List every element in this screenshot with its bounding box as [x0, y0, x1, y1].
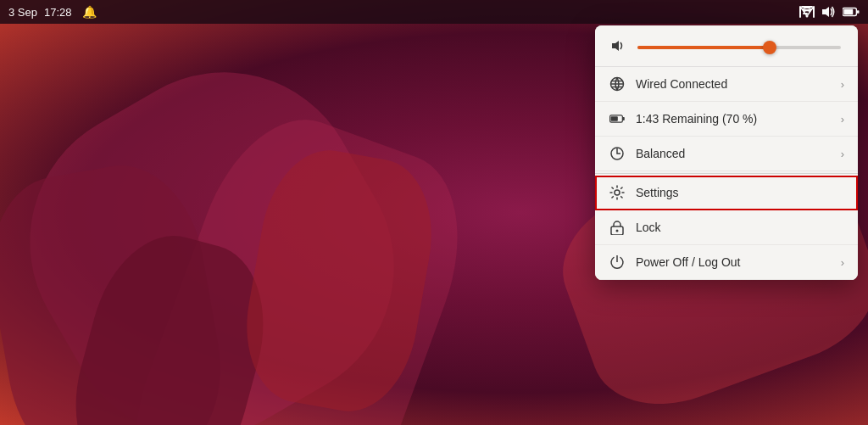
- power-icon: [609, 254, 626, 271]
- power-mode-icon: [609, 145, 626, 162]
- svg-marker-6: [822, 7, 829, 17]
- volume-slider-fill: [637, 46, 770, 49]
- volume-slider[interactable]: [637, 46, 841, 49]
- topbar: 3 Sep 17:28 🔔: [0, 0, 868, 24]
- lock-icon: [609, 219, 626, 236]
- svg-point-5: [806, 15, 809, 18]
- battery-label: 1:43 Remaining (70 %): [636, 112, 831, 126]
- lock-label: Lock: [636, 221, 844, 234]
- svg-rect-9: [857, 10, 860, 14]
- battery-menu-icon: [609, 110, 626, 127]
- menu-item-battery[interactable]: 1:43 Remaining (70 %) ›: [595, 102, 858, 137]
- svg-rect-17: [622, 117, 624, 120]
- menu-divider-1: [595, 173, 858, 174]
- svg-rect-16: [611, 116, 618, 121]
- volume-tray-icon[interactable]: [821, 3, 837, 20]
- volume-icon: [612, 39, 627, 56]
- wired-chevron: ›: [841, 78, 844, 91]
- network-icon: [609, 75, 626, 92]
- svg-rect-1: [799, 6, 801, 18]
- wired-label: Wired Connected: [636, 77, 831, 91]
- menu-item-lock[interactable]: Lock: [595, 210, 858, 245]
- menu-item-power[interactable]: Power Off / Log Out ›: [595, 245, 858, 280]
- svg-rect-2: [813, 6, 815, 18]
- battery-chevron: ›: [841, 113, 844, 126]
- gear-icon: [609, 184, 626, 201]
- topbar-date: 3 Sep: [8, 6, 37, 19]
- svg-marker-10: [612, 41, 619, 51]
- network-tray-icon[interactable]: [798, 3, 815, 20]
- balanced-label: Balanced: [636, 147, 831, 160]
- menu-item-settings[interactable]: Settings: [595, 176, 858, 210]
- volume-section: [595, 25, 858, 67]
- svg-rect-8: [843, 9, 853, 14]
- topbar-right: [798, 3, 860, 20]
- menu-item-wired[interactable]: Wired Connected ›: [595, 67, 858, 102]
- svg-point-21: [616, 230, 619, 232]
- topbar-left: 3 Sep 17:28 🔔: [8, 3, 100, 20]
- system-popup-panel: Wired Connected › 1:43 Remaining (70 %) …: [595, 25, 858, 280]
- volume-slider-thumb: [763, 41, 776, 54]
- svg-point-19: [615, 190, 620, 195]
- battery-tray-icon[interactable]: [843, 3, 860, 20]
- power-label: Power Off / Log Out: [636, 255, 831, 269]
- power-chevron: ›: [841, 256, 844, 269]
- balanced-chevron: ›: [841, 148, 844, 160]
- notification-icon[interactable]: 🔔: [79, 3, 100, 20]
- topbar-time: 17:28: [44, 6, 72, 19]
- menu-item-balanced[interactable]: Balanced ›: [595, 137, 858, 171]
- settings-label: Settings: [636, 186, 844, 199]
